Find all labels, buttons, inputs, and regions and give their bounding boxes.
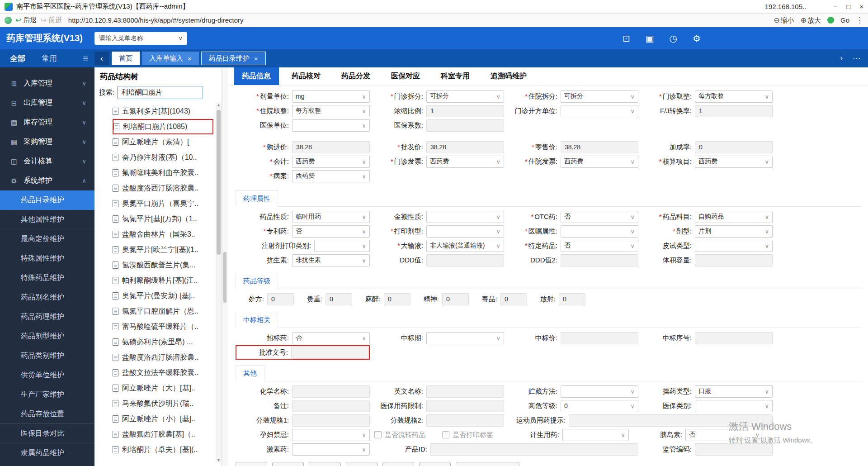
section-tab[interactable]: 其他	[236, 365, 264, 381]
tree-item[interactable]: 帕利哌酮缓释片[基](江..	[113, 273, 213, 288]
back-button[interactable]: ↩ 后退	[15, 16, 37, 24]
action-button[interactable]: 停 用	[346, 462, 377, 466]
tree-item[interactable]: 盐酸文拉法辛缓释胶囊..	[113, 365, 213, 380]
sidebar-group[interactable]: ▤库存管理∨	[0, 113, 94, 132]
field-select[interactable]: ∨	[561, 385, 638, 398]
more-menu-icon[interactable]: ⋮	[856, 15, 863, 25]
tree-item[interactable]: 马来酸氟伏沙明片(瑞..	[113, 396, 213, 411]
field-input[interactable]: 1	[695, 105, 773, 117]
scroll-down-icon[interactable]: ▼	[216, 458, 222, 462]
field-input[interactable]	[569, 414, 773, 427]
field-select[interactable]: ∨	[561, 105, 638, 117]
field-input[interactable]: 0	[695, 141, 773, 153]
form-tab[interactable]: 医保对应	[383, 67, 428, 85]
action-button[interactable]: 复 制	[272, 462, 304, 466]
zoom-out-button[interactable]: ⊖缩小	[774, 16, 794, 25]
field-select[interactable]: ∨	[695, 400, 773, 412]
scroll-up-icon[interactable]: ▲	[216, 103, 222, 107]
action-button[interactable]: 取 消	[419, 462, 451, 466]
action-button[interactable]: 修 改	[309, 462, 340, 466]
menu-search-input[interactable]: 请输入菜单名称 ∨	[94, 32, 187, 45]
field-select[interactable]: ∨	[292, 119, 370, 132]
zoom-in-button[interactable]: ⊕放大	[801, 16, 821, 25]
tree-item[interactable]: 氟哌噻吨美利曲辛胶囊..	[113, 165, 213, 181]
field-input[interactable]	[561, 332, 638, 344]
field-select[interactable]: ∨	[426, 225, 504, 238]
tree-scrollbar[interactable]: ▲ ▼	[216, 103, 222, 462]
sidebar-item[interactable]: 药品别名维护	[0, 288, 94, 307]
field-input[interactable]: 1	[426, 105, 504, 117]
field-input[interactable]: 38.28	[561, 141, 638, 153]
field-select[interactable]: 临时用药∨	[292, 211, 370, 223]
section-tab[interactable]: 中标相关	[236, 312, 278, 328]
sidebar-item[interactable]: 药品类别维护	[0, 346, 94, 366]
field-select[interactable]: 自购药品∨	[695, 211, 773, 223]
tab-overflow-icon[interactable]: ⋯	[853, 53, 861, 63]
field-select[interactable]: 口服∨	[695, 385, 773, 398]
tree-item[interactable]: 盐酸度洛西汀肠溶胶囊..	[113, 350, 213, 365]
form-tab[interactable]: 药品分发	[333, 67, 378, 85]
sidebar-item[interactable]: 生产厂家维护	[0, 385, 94, 404]
field-input[interactable]: 0	[559, 293, 585, 305]
field-select[interactable]: 0∨	[561, 400, 638, 412]
form-tab[interactable]: 科室专用	[433, 67, 478, 85]
field-select[interactable]: 否∨	[292, 225, 370, 238]
field-select[interactable]: ∨	[314, 240, 370, 252]
field-input[interactable]	[426, 119, 504, 132]
tree-item[interactable]: 盐酸舍曲林片（国采3..	[113, 227, 213, 242]
field-select[interactable]: 非抗生素∨	[292, 254, 370, 266]
window-tab[interactable]: 入库单输入×	[142, 52, 199, 65]
plugin-icon[interactable]: ⊡	[623, 33, 630, 44]
form-tab[interactable]: 药品核对	[283, 67, 329, 85]
sidebar-item[interactable]: 其他属性维护	[0, 210, 94, 229]
sidebar-item[interactable]: 特殊属性维护	[0, 249, 94, 268]
tree-item[interactable]: 阿立哌唑片（索清）[	[113, 134, 213, 150]
field-select[interactable]: 每方取整∨	[292, 105, 370, 117]
field-select[interactable]: ∨	[695, 240, 773, 252]
field-select[interactable]: 西药费∨	[695, 156, 773, 168]
field-select[interactable]: mg∨	[292, 90, 370, 103]
field-select[interactable]: ∨	[426, 211, 504, 223]
field-select[interactable]: 否∨	[292, 332, 370, 344]
forward-button[interactable]: ↪ 前进	[40, 16, 61, 24]
sidebar-item[interactable]: 最高定价维护	[0, 229, 94, 249]
section-tab[interactable]: 药品等级	[236, 273, 278, 289]
tree-item[interactable]: 阿立哌唑片（小）[基]..	[113, 411, 213, 427]
tree-item[interactable]: 富马酸喹硫平缓释片（..	[113, 319, 213, 334]
sidebar-group[interactable]: ▦采购管理∨	[0, 132, 94, 152]
tab-scroll-right-icon[interactable]: ›	[840, 53, 843, 63]
field-input[interactable]: 38.28	[426, 141, 504, 153]
field-select[interactable]: 西药费∨	[561, 156, 638, 168]
checkbox[interactable]	[442, 431, 449, 438]
tree-item[interactable]: 盐酸氟西汀胶囊[基]（..	[113, 427, 213, 442]
field-input[interactable]	[292, 385, 370, 398]
tab-scroll-left-icon[interactable]: ‹	[94, 52, 109, 65]
url-text[interactable]: http://10.120.9.43:8000/his-yk/app/#/sys…	[68, 16, 244, 24]
field-input[interactable]: 0	[267, 293, 294, 305]
close-tab-icon[interactable]: ×	[254, 55, 258, 62]
field-input[interactable]	[561, 254, 638, 266]
field-input[interactable]: 0	[326, 293, 352, 305]
tree-item[interactable]: 氯氮平口腔崩解片（恩..	[113, 304, 213, 319]
sidebar-group[interactable]: ⚙系统维护∧	[0, 171, 94, 190]
tree-item[interactable]: 五氟利多片[基](1043)	[113, 104, 213, 119]
nav-tab[interactable]: 常用	[42, 53, 57, 64]
sidebar-item[interactable]: 供货单位维护	[0, 366, 94, 385]
field-select[interactable]: 非大输液(普通输液)∨	[426, 240, 504, 252]
sidebar-item[interactable]: 药品剂型维护	[0, 327, 94, 346]
tree-item[interactable]: 盐酸度洛西汀肠溶胶囊..	[113, 181, 213, 196]
tree-search-input[interactable]	[117, 86, 203, 99]
tree-item[interactable]: 利培酮片（卓夫）[基](..	[113, 442, 213, 457]
sidebar-item[interactable]: 药品存放位置	[0, 404, 94, 424]
field-select[interactable]: 可拆分∨	[561, 90, 638, 103]
action-button[interactable]: 保 存	[382, 462, 414, 466]
window-tab[interactable]: 药品目录维护×	[201, 52, 266, 65]
sidebar-item[interactable]: 药品目录维护	[0, 190, 94, 210]
field-input[interactable]	[426, 414, 504, 427]
field-select[interactable]: 否∨	[685, 429, 763, 441]
tree-item[interactable]: 阿立哌唑片（大）[基]..	[113, 380, 213, 396]
maximize-icon[interactable]: □	[846, 3, 850, 10]
sidebar-group[interactable]: ◫会计核算∨	[0, 152, 94, 171]
settings-icon[interactable]: ⚙	[693, 33, 701, 44]
tree-item[interactable]: 奥氮平片(曼安新) [基]..	[113, 288, 213, 304]
